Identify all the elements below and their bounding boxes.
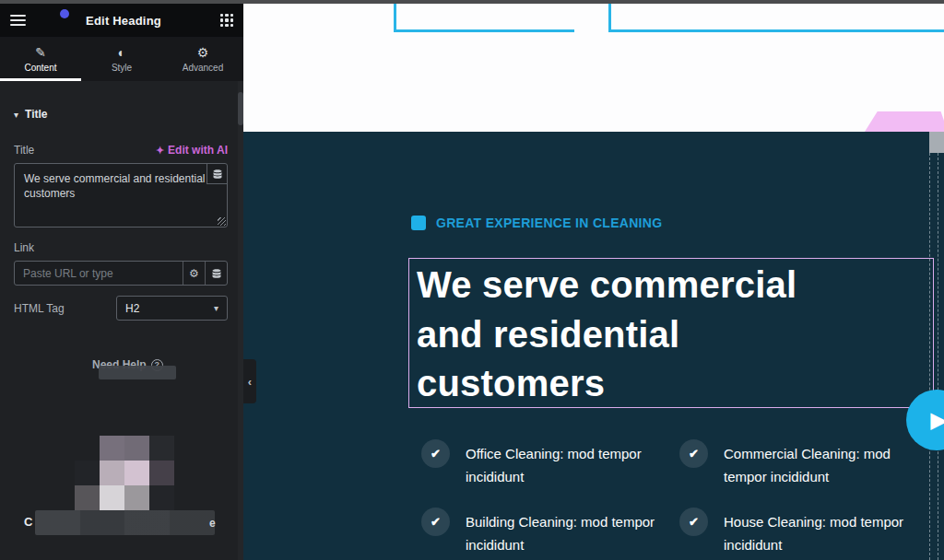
- panel-tabs: ✎ Content ◐ Style ⚙ Advanced: [0, 37, 243, 81]
- column-guide-dashed-line: [938, 153, 938, 560]
- notification-dot: [60, 9, 69, 18]
- database-icon: [212, 169, 223, 180]
- tab-content[interactable]: ✎ Content: [0, 37, 81, 81]
- html-tag-select[interactable]: H2 ▾: [116, 296, 228, 321]
- eyebrow-label: GREAT EXPERIENCE IN CLEANING: [436, 216, 662, 230]
- blurred-mosaic: [75, 436, 174, 510]
- check-icon: ✔: [431, 515, 441, 529]
- ai-sparkle-icon: ✦: [156, 145, 164, 157]
- chevron-down-icon: ▾: [14, 110, 18, 120]
- widgets-grid-icon[interactable]: [220, 14, 233, 27]
- selected-element-outline-1: [394, 4, 574, 32]
- edit-with-ai-label: Edit with AI: [168, 144, 228, 157]
- contrast-icon: ◐: [118, 46, 125, 60]
- check-icon: ✔: [431, 447, 441, 461]
- gear-icon: ⚙: [189, 267, 199, 280]
- link-options-button[interactable]: ⚙: [183, 262, 205, 285]
- section-title-toggle[interactable]: ▾ Title: [14, 108, 47, 121]
- page-preview: GREAT EXPERIENCE IN CLEANING We serve co…: [243, 0, 944, 560]
- edit-with-ai-button[interactable]: ✦ Edit with AI: [156, 144, 228, 157]
- pencil-icon: ✎: [35, 46, 46, 60]
- title-input[interactable]: We serve commercial and residential cust…: [14, 163, 228, 228]
- eyebrow-widget[interactable]: GREAT EXPERIENCE IN CLEANING: [411, 216, 662, 230]
- check-circle: ✔: [679, 439, 708, 468]
- chevron-left-icon: ‹: [248, 375, 252, 389]
- feature-item[interactable]: ✔ Building Cleaning: mod tempor incididu…: [421, 508, 670, 556]
- feature-text: House Cleaning: mod tempor incididunt: [724, 508, 914, 556]
- redacted-left-char: C: [24, 515, 32, 529]
- check-icon: ✔: [689, 447, 699, 461]
- feature-text: Commercial Cleaning: mod tempor incididu…: [724, 439, 914, 488]
- eyebrow-square-icon: [411, 216, 426, 230]
- check-icon: ✔: [689, 515, 699, 529]
- heading-line: We serve commercial: [417, 261, 933, 310]
- window-top-strip: [0, 0, 944, 4]
- heading-line: customers: [417, 359, 933, 409]
- panel-title: Edit Heading: [27, 14, 220, 28]
- decorative-pink-shape: [865, 111, 944, 132]
- tab-advanced[interactable]: ⚙ Advanced: [162, 37, 243, 81]
- feature-text: Office Cleaning: mod tempor incididunt: [466, 439, 670, 488]
- elementor-panel: Edit Heading ✎ Content ◐ Style ⚙ Advance…: [0, 0, 243, 560]
- feature-text: Building Cleaning: mod tempor incididunt: [466, 508, 670, 556]
- preview-scrollbar-thumb[interactable]: [929, 132, 944, 153]
- feature-item[interactable]: ✔ House Cleaning: mod tempor incididunt: [679, 508, 914, 556]
- heading-line: and residential: [417, 310, 933, 360]
- textarea-resize-handle[interactable]: [218, 217, 226, 226]
- link-field-label: Link: [14, 241, 34, 254]
- html-tag-label: HTML Tag: [14, 302, 65, 315]
- panel-collapse-handle[interactable]: ‹: [243, 359, 256, 403]
- tab-style[interactable]: ◐ Style: [81, 37, 162, 81]
- feature-item[interactable]: ✔ Commercial Cleaning: mod tempor incidi…: [679, 439, 914, 488]
- link-url-input[interactable]: [15, 262, 183, 285]
- hero-heading: We serve commercial and residential cust…: [409, 259, 933, 409]
- redaction-blur-bar: [99, 366, 176, 379]
- check-circle: ✔: [421, 508, 450, 536]
- feature-item[interactable]: ✔ Office Cleaning: mod tempor incididunt: [421, 439, 670, 488]
- check-circle: ✔: [421, 439, 450, 468]
- panel-scrollbar-track: [238, 81, 243, 560]
- play-icon: ▶: [930, 407, 944, 433]
- html-tag-value: H2: [125, 302, 214, 315]
- selected-heading-widget[interactable]: We serve commercial and residential cust…: [408, 258, 934, 408]
- gear-icon: ⚙: [197, 46, 209, 60]
- database-icon: [211, 268, 222, 279]
- elementor-editor: Edit Heading ✎ Content ◐ Style ⚙ Advance…: [0, 0, 944, 560]
- redacted-right-char: e: [209, 517, 216, 530]
- title-field-label: Title: [14, 144, 34, 157]
- chevron-down-icon: ▾: [214, 303, 218, 313]
- panel-header: Edit Heading: [0, 4, 243, 37]
- dynamic-tags-button[interactable]: [206, 164, 227, 184]
- redacted-text-bar: [35, 510, 215, 535]
- panel-scrollbar-thumb[interactable]: [238, 92, 243, 125]
- link-dynamic-tags-button[interactable]: [205, 262, 227, 285]
- link-control: ⚙: [14, 261, 228, 286]
- selected-element-outline-2: [608, 4, 944, 32]
- check-circle: ✔: [679, 508, 708, 536]
- hamburger-menu-icon[interactable]: [10, 12, 27, 29]
